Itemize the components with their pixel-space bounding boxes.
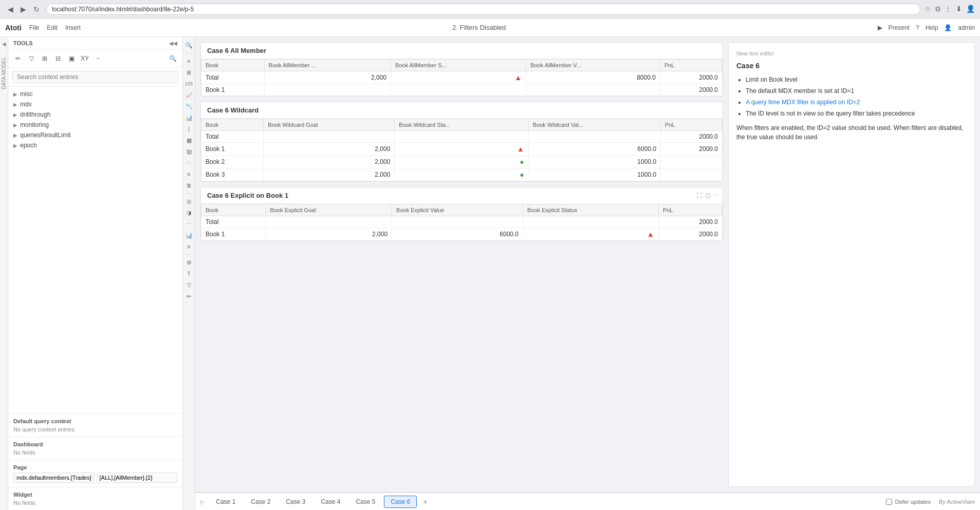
xy-icon[interactable]: XY (79, 53, 90, 64)
toolbar-donut-icon[interactable]: ◎ (184, 196, 194, 206)
tab-case1[interactable]: Case 1 (209, 496, 242, 508)
toolbar-search-icon[interactable]: 🔍 (184, 40, 194, 50)
toolbar-waterfall-icon[interactable]: 📊 (184, 230, 194, 240)
by-activeviam-label: By ActiveViam (939, 499, 975, 505)
search-icon[interactable]: 🔍 (167, 53, 178, 64)
dashboard-section-title: Dashboard (13, 441, 177, 447)
table-row: Book 1 2,000 ▲ 6000.0 2000.0 (201, 143, 723, 156)
tools-label: TOOLS (13, 40, 33, 46)
tab-case6[interactable]: Case 6 (384, 496, 417, 508)
table3-widget: Case 6 Explicit on Book 1 ⛶ ⓘ ⋯ Book Boo… (200, 187, 723, 241)
tools-collapse-button[interactable]: ◀◀ (169, 41, 177, 46)
defer-updates-checkbox[interactable] (886, 499, 892, 505)
tab-case2[interactable]: Case 2 (244, 496, 277, 508)
collapse-left-icon[interactable]: |− (200, 499, 205, 505)
list-item[interactable]: ▶epoch (8, 140, 182, 150)
table2-col-status: Book Wildcard Sta... (395, 119, 528, 131)
cell-status: ▲ (523, 228, 659, 241)
chart-icon[interactable]: ⊟ (52, 53, 64, 64)
bookmark-icon[interactable]: ☆ (924, 5, 931, 13)
cell-goal: 2,000 (264, 168, 395, 181)
account-icon[interactable]: 👤 (966, 5, 975, 13)
cell-status: ▲ (391, 71, 526, 84)
info-widget-icon[interactable]: ⓘ (705, 192, 711, 200)
minus-icon[interactable]: − (93, 53, 104, 64)
toolbar-pie-icon[interactable]: ◑ (184, 207, 194, 218)
more-widget-icon[interactable]: ⋯ (714, 192, 719, 200)
cell-pnl: 2000.0 (658, 216, 722, 228)
toolbar-bar-chart-icon[interactable]: 📊 (184, 112, 194, 123)
tab-case5[interactable]: Case 5 (349, 496, 382, 508)
cell-goal (264, 131, 395, 143)
cell-goal: 2,000 (264, 156, 395, 168)
table1: Book Book AllMember ... Book AllMember S… (201, 59, 723, 96)
toolbar-filter2-icon[interactable]: ▽ (184, 280, 194, 290)
toolbar-edit2-icon[interactable]: ✏ (184, 291, 194, 301)
cell-pnl (661, 168, 723, 181)
hierarchy-icon[interactable]: ⊞ (39, 53, 50, 64)
default-query-context-title: Default query context (13, 418, 177, 424)
data-model-label: DATA MODEL (1, 57, 7, 89)
toolbar-stacked-bar-icon[interactable]: ▦ (184, 135, 194, 145)
widget-section-value: No fields (13, 500, 177, 506)
toolbar-gear-icon[interactable]: ⚙ (184, 257, 194, 268)
forward-button[interactable]: ▶ (18, 4, 29, 14)
back-button[interactable]: ◀ (5, 4, 16, 14)
browser-url[interactable]: localhost:7070/ui/index.html#/dashboard/… (46, 4, 920, 15)
cell-book: Book 1 (201, 228, 266, 241)
menu-file[interactable]: File (29, 24, 39, 31)
table3-col-value: Book Explicit Value (392, 204, 523, 216)
download-icon[interactable]: ⬇ (956, 5, 962, 13)
toolbar-radial-icon[interactable]: ⋯ (184, 219, 194, 229)
present-button[interactable]: Present (889, 24, 910, 31)
tab-case4[interactable]: Case 4 (314, 496, 347, 508)
expand-icon[interactable]: ▣ (66, 53, 77, 64)
table1-widget: Case 6 All Member Book Book AllMember ..… (200, 42, 723, 97)
toolbar-bar2-icon[interactable]: | (184, 124, 194, 134)
toolbar-number-icon[interactable]: 123 (184, 79, 194, 89)
toolbar-list-icon[interactable]: ≡ (184, 241, 194, 252)
table3: Book Book Explicit Goal Book Explicit Va… (201, 204, 723, 241)
tab-case3[interactable]: Case 3 (279, 496, 312, 508)
expand-widget-icon[interactable]: ⛶ (696, 192, 702, 200)
toolbar-line-chart-icon[interactable]: 📈 (184, 90, 194, 100)
toolbar-area-chart-icon[interactable]: 📉 (184, 101, 194, 111)
app-title: 2. Filters Disabled (81, 24, 878, 31)
list-item[interactable]: ▶mdx (8, 99, 182, 109)
table3-col-status: Book Explicit Status (523, 204, 659, 216)
browser-nav[interactable]: ◀ ▶ ↻ (5, 4, 42, 14)
red-indicator-icon: ▲ (517, 145, 524, 153)
cell-pnl: 2000.0 (660, 84, 722, 96)
toolbar-pivot-icon[interactable]: ⊞ (184, 67, 194, 78)
table2-col-book: Book (201, 119, 264, 131)
add-tab-button[interactable]: + (419, 496, 431, 508)
admin-button[interactable]: admin (958, 24, 975, 31)
toolbar-scatter-icon[interactable]: ∷ (184, 158, 194, 168)
toolbar-hbar-icon[interactable]: ≡ (184, 169, 194, 179)
extension-icon[interactable]: ⧉ (935, 5, 940, 13)
cell-goal (266, 216, 392, 228)
collapse-arrow[interactable]: ◀ (2, 41, 6, 47)
list-item[interactable]: ▶queriesResultLimit (8, 130, 182, 140)
list-item[interactable]: ▶misc (8, 89, 182, 99)
cell-book: Total (201, 131, 264, 143)
search-input[interactable] (12, 71, 178, 83)
toolbar-hstacked-icon[interactable]: ≣ (184, 180, 194, 191)
toolbar-text-icon[interactable]: T (184, 269, 194, 279)
help-button[interactable]: Help (926, 24, 938, 31)
page-input-2[interactable] (97, 473, 178, 483)
page-input-1[interactable] (13, 473, 95, 483)
app-logo: Atoti (5, 24, 22, 32)
pencil-icon[interactable]: ✏ (12, 53, 24, 64)
filter-icon[interactable]: ▽ (26, 53, 37, 64)
list-item[interactable]: ▶monitoring (8, 120, 182, 130)
settings-icon[interactable]: ⋮ (945, 5, 952, 13)
search-box (8, 68, 182, 87)
toolbar-table-icon[interactable]: ≡ (184, 56, 194, 66)
cell-value (526, 84, 660, 96)
refresh-button[interactable]: ↻ (31, 4, 42, 14)
menu-edit[interactable]: Edit (47, 24, 58, 31)
menu-insert[interactable]: Insert (65, 24, 81, 31)
toolbar-stacked2-icon[interactable]: ▤ (184, 146, 194, 157)
list-item[interactable]: ▶drillthrough (8, 109, 182, 120)
